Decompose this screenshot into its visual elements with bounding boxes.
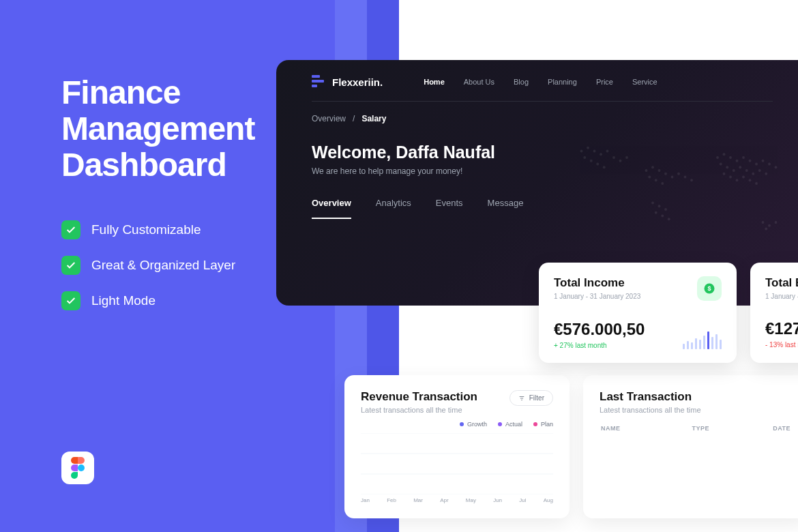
- svg-point-22: [655, 179, 657, 181]
- card-delta: - 13% last m: [765, 341, 798, 349]
- svg-point-6: [612, 156, 615, 159]
- svg-point-16: [664, 173, 667, 175]
- tab-overview[interactable]: Overview: [312, 198, 351, 219]
- svg-point-38: [745, 169, 748, 172]
- svg-point-47: [755, 182, 758, 185]
- svg-point-41: [765, 173, 767, 175]
- feature-item: Light Mode: [61, 291, 280, 310]
- card-dates: 1 January - 31 January 2023: [554, 293, 640, 300]
- svg-point-14: [651, 166, 654, 168]
- svg-point-32: [768, 163, 771, 166]
- panel-sub: Latest transactions all the time: [361, 406, 477, 414]
- logo-mark-icon: [312, 75, 325, 89]
- top-nav: Home About Us Blog Planning Price Servic…: [424, 78, 657, 86]
- svg-point-44: [736, 179, 739, 181]
- svg-text:$: $: [707, 285, 711, 292]
- svg-point-26: [729, 156, 732, 159]
- promo-column: Finance Management Dashboard Fully Custo…: [61, 75, 280, 327]
- revenue-panel: Revenue Transaction Latest transactions …: [344, 375, 570, 518]
- dollar-icon: $: [697, 276, 722, 301]
- chart-xaxis: JanFebMarAprMayJunJulAug: [361, 497, 553, 503]
- svg-point-53: [668, 218, 670, 220]
- svg-point-46: [749, 179, 752, 181]
- panel-title: Revenue Transaction: [361, 390, 477, 404]
- svg-point-56: [775, 221, 778, 224]
- svg-point-48: [651, 202, 654, 205]
- tx-table-head: NAME TYPE DATE: [600, 425, 792, 432]
- svg-point-52: [661, 215, 664, 218]
- svg-point-8: [625, 156, 628, 159]
- svg-point-55: [768, 224, 771, 227]
- svg-point-19: [684, 176, 687, 179]
- nav-blog[interactable]: Blog: [514, 78, 529, 86]
- breadcrumb-root[interactable]: Overview: [312, 114, 346, 123]
- breadcrumb-current: Salary: [361, 114, 386, 123]
- tab-events[interactable]: Events: [436, 198, 463, 219]
- svg-point-37: [739, 166, 741, 168]
- svg-point-33: [775, 166, 778, 168]
- total-expense-card[interactable]: Total Ex 1 January - 31 €127.0 - 13% las…: [750, 263, 798, 363]
- svg-point-9: [583, 156, 586, 159]
- feature-item: Fully Customizable: [61, 220, 280, 239]
- svg-point-15: [658, 169, 661, 172]
- nav-price[interactable]: Price: [596, 78, 613, 86]
- svg-point-54: [762, 221, 765, 224]
- logo[interactable]: Flexxeriin.: [312, 75, 383, 89]
- check-icon: [61, 256, 80, 275]
- panel-sub: Latest transactions all the time: [600, 406, 792, 414]
- svg-point-1: [580, 150, 583, 153]
- card-dates: 1 January - 31: [765, 293, 798, 300]
- figma-icon: [61, 452, 94, 484]
- svg-point-49: [658, 205, 661, 207]
- svg-point-29: [749, 160, 752, 162]
- promo-title: Finance Management Dashboard: [61, 75, 280, 183]
- svg-point-0: [78, 464, 85, 471]
- check-icon: [61, 291, 80, 310]
- svg-point-51: [655, 211, 657, 214]
- svg-point-42: [723, 173, 726, 175]
- tab-message[interactable]: Message: [488, 198, 524, 219]
- svg-point-21: [648, 176, 651, 179]
- svg-point-27: [736, 160, 739, 162]
- card-delta: + 27% last month: [554, 342, 645, 349]
- world-map-decor: [549, 108, 798, 285]
- svg-point-13: [645, 169, 648, 172]
- svg-point-50: [664, 208, 667, 211]
- feature-item: Great & Organized Layer: [61, 256, 280, 275]
- svg-point-34: [720, 163, 722, 166]
- sparkline-icon: [683, 329, 722, 349]
- nav-service[interactable]: Service: [632, 78, 657, 86]
- nav-planning[interactable]: Planning: [548, 78, 577, 86]
- chart-legend: Growth Actual Plan: [361, 421, 553, 428]
- svg-point-12: [603, 166, 606, 168]
- filter-button[interactable]: Filter: [509, 390, 553, 406]
- card-title: Total Income: [554, 276, 640, 290]
- tab-analytics[interactable]: Analytics: [376, 198, 411, 219]
- svg-point-57: [765, 228, 767, 231]
- svg-point-2: [587, 147, 589, 149]
- svg-point-17: [671, 176, 674, 179]
- svg-point-31: [762, 160, 765, 162]
- nav-home[interactable]: Home: [424, 78, 445, 86]
- svg-point-10: [590, 160, 593, 162]
- nav-about[interactable]: About Us: [464, 78, 494, 86]
- card-value: €127.0: [765, 319, 798, 338]
- svg-point-43: [729, 176, 732, 179]
- svg-point-36: [733, 169, 735, 172]
- svg-point-11: [596, 163, 599, 166]
- svg-point-20: [690, 179, 693, 181]
- card-value: €576.000,50: [554, 320, 645, 339]
- svg-point-45: [742, 176, 745, 179]
- filter-icon: [518, 395, 525, 402]
- revenue-chart: [361, 433, 553, 494]
- svg-point-5: [606, 150, 609, 153]
- card-title: Total Ex: [765, 276, 798, 290]
- feature-list: Fully Customizable Great & Organized Lay…: [61, 220, 280, 310]
- total-income-card[interactable]: Total Income 1 January - 31 January 2023…: [539, 263, 737, 363]
- svg-point-39: [752, 173, 754, 175]
- svg-point-24: [716, 156, 719, 159]
- svg-point-23: [661, 182, 664, 185]
- svg-point-35: [726, 166, 728, 168]
- svg-point-4: [600, 153, 602, 156]
- last-transaction-panel: Last Transaction Latest transactions all…: [583, 375, 798, 518]
